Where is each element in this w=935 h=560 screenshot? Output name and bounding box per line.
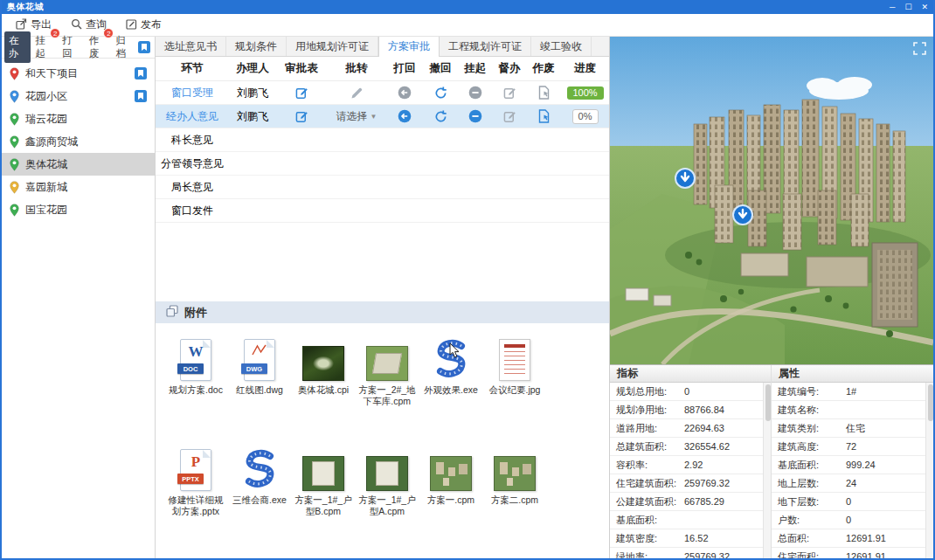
tab-label: 打回	[62, 35, 73, 59]
metric-row: 规划总用地:0	[610, 383, 763, 401]
sidebar-tab-打回[interactable]: 打回	[58, 31, 84, 63]
metric-label: 总建筑面积:	[616, 440, 684, 453]
sidebar-flag-icon[interactable]	[138, 41, 150, 53]
tab-规划条件[interactable]: 规划条件	[226, 37, 287, 56]
suspend-icon[interactable]	[468, 86, 482, 100]
viewer-3d[interactable]	[610, 37, 933, 364]
file-icon	[356, 444, 419, 491]
file-item[interactable]: WDOC规划方案.doc	[164, 334, 227, 444]
metrics-panels: 指标 规划总用地:0规划净用地:88766.84道路用地:22694.63总建筑…	[610, 364, 933, 558]
file-name: 修建性详细规划方案.pptx	[164, 494, 227, 517]
transfer-pen-icon[interactable]	[350, 86, 364, 100]
column-header: 挂起	[458, 61, 493, 76]
project-item[interactable]: 和天下项目	[2, 62, 155, 85]
flag-icon[interactable]	[135, 90, 147, 102]
project-item[interactable]: 国宝花园	[2, 198, 155, 221]
column-header: 撤回	[423, 61, 458, 76]
tab-竣工验收[interactable]: 竣工验收	[531, 37, 592, 56]
indicators-scrollbar[interactable]	[763, 383, 771, 558]
stage-name[interactable]: 经办人意见	[166, 109, 218, 124]
void-icon[interactable]	[537, 109, 551, 123]
file-item[interactable]: 方案一_1#_户型B.cpm	[292, 444, 355, 554]
file-icon	[292, 444, 355, 491]
file-icon	[228, 444, 291, 491]
metric-label: 住宅建筑面积:	[616, 477, 684, 490]
recall-icon[interactable]	[434, 86, 447, 100]
suspend-icon[interactable]	[468, 109, 482, 123]
supervise-icon[interactable]	[503, 110, 516, 123]
project-item[interactable]: 瑞云花园	[2, 107, 155, 130]
workflow-row: 科长意见	[156, 128, 609, 152]
project-name: 国宝花园	[25, 203, 67, 218]
project-item[interactable]: 花园小区	[2, 85, 155, 107]
file-item[interactable]: 外观效果.exe	[419, 334, 482, 444]
transfer-select[interactable]: 请选择 ▼	[336, 109, 377, 124]
file-item[interactable]: PPPTX修建性详细规划方案.pptx	[164, 444, 227, 554]
file-name: 方案一_1#_户型B.cpm	[292, 494, 355, 517]
project-item[interactable]: 奥体花城	[2, 153, 155, 176]
sidebar-tab-在办[interactable]: 在办	[4, 31, 31, 63]
download-marker[interactable]	[733, 205, 752, 225]
file-name: 方案一.cpm	[419, 494, 482, 506]
sidebar-tab-作废[interactable]: 作废2	[85, 31, 111, 63]
tab-方案审批[interactable]: 方案审批	[378, 37, 440, 57]
metric-label: 容积率:	[616, 459, 684, 472]
file-icon: WDOC	[164, 334, 227, 381]
tab-工程规划许可证[interactable]: 工程规划许可证	[440, 37, 531, 56]
file-item[interactable]: 方案一.cpm	[419, 444, 482, 554]
approval-form-icon[interactable]	[295, 110, 308, 123]
stage-name[interactable]: 窗口受理	[171, 86, 213, 100]
properties-scrollbar[interactable]	[925, 383, 933, 558]
maximize-button[interactable]: ☐	[904, 0, 911, 14]
column-header: 审批表	[276, 61, 327, 76]
tab-label: 归档	[115, 35, 126, 59]
supervise-icon[interactable]	[503, 86, 516, 100]
metric-value: 0	[846, 496, 851, 507]
metric-label: 地上层数:	[778, 477, 846, 490]
project-item[interactable]: 鑫源商贸城	[2, 130, 155, 153]
minimize-button[interactable]: ─	[890, 0, 895, 14]
tab-label: 作废	[89, 35, 100, 59]
metric-row: 户数:0	[772, 511, 925, 529]
reject-icon[interactable]	[398, 109, 412, 123]
metric-row: 建筑类别:住宅	[772, 419, 925, 438]
metric-label: 基底面积:	[778, 459, 846, 472]
file-item[interactable]: 方案一_1#_户型A.cpm	[356, 444, 419, 554]
column-header: 进度	[561, 61, 609, 76]
reject-icon[interactable]	[398, 86, 412, 100]
metric-row: 建筑名称:	[772, 401, 925, 419]
project-list: 和天下项目花园小区瑞云花园鑫源商贸城奥体花城嘉园新城国宝花园	[2, 59, 155, 558]
tab-用地规划许可证[interactable]: 用地规划许可证	[287, 37, 378, 56]
file-item[interactable]: 方案二.cpm	[483, 444, 546, 554]
file-item[interactable]: 方案一_2#_地下车库.cpm	[356, 334, 419, 444]
workflow-row: 窗口发件	[156, 199, 609, 223]
stage-name: 窗口发件	[171, 204, 213, 218]
sidebar-tab-挂起[interactable]: 挂起2	[31, 31, 58, 63]
fullscreen-icon[interactable]	[913, 42, 926, 59]
project-item[interactable]: 嘉园新城	[2, 176, 155, 198]
metric-row: 基底面积:999.24	[772, 456, 925, 474]
search-icon	[71, 18, 82, 32]
attachments-header: 附件	[156, 301, 609, 323]
stage-name: 局长意见	[171, 180, 213, 195]
void-icon[interactable]	[537, 86, 551, 100]
sidebar-tab-归档[interactable]: 归档	[111, 31, 137, 63]
metric-value: 16.52	[684, 533, 709, 543]
flag-icon[interactable]	[135, 67, 147, 80]
metric-value: 999.24	[846, 460, 876, 470]
file-name: 三维会商.exe	[228, 494, 291, 506]
download-marker[interactable]	[675, 169, 695, 188]
file-item[interactable]: 奥体花城.cpi	[292, 334, 355, 444]
metric-label: 建筑名称:	[778, 404, 846, 417]
properties-rows: 建筑编号:1#建筑名称:建筑类别:住宅建筑高度:72基底面积:999.24地上层…	[772, 383, 925, 558]
file-item[interactable]: 三维会商.exe	[228, 444, 291, 554]
export-icon	[16, 18, 27, 32]
tab-选址意见书[interactable]: 选址意见书	[156, 37, 226, 56]
file-item[interactable]: 会议纪要.jpg	[483, 334, 546, 444]
metric-value: 住宅	[846, 422, 865, 435]
main-tabs: 选址意见书规划条件用地规划许可证方案审批工程规划许可证竣工验收	[156, 37, 609, 57]
close-button[interactable]: ✕	[921, 0, 928, 14]
recall-icon[interactable]	[434, 110, 447, 123]
file-item[interactable]: DWG红线图.dwg	[228, 334, 291, 444]
approval-form-icon[interactable]	[295, 86, 308, 100]
